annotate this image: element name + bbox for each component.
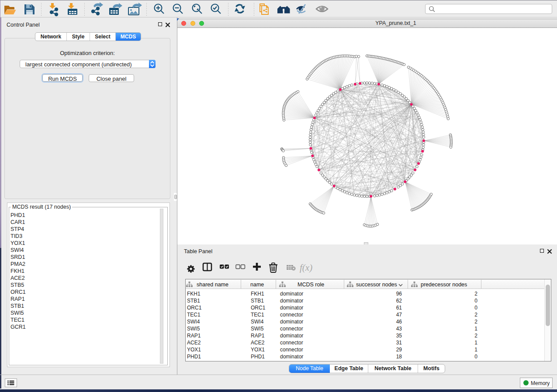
svg-text:f(x): f(x)	[300, 262, 312, 273]
